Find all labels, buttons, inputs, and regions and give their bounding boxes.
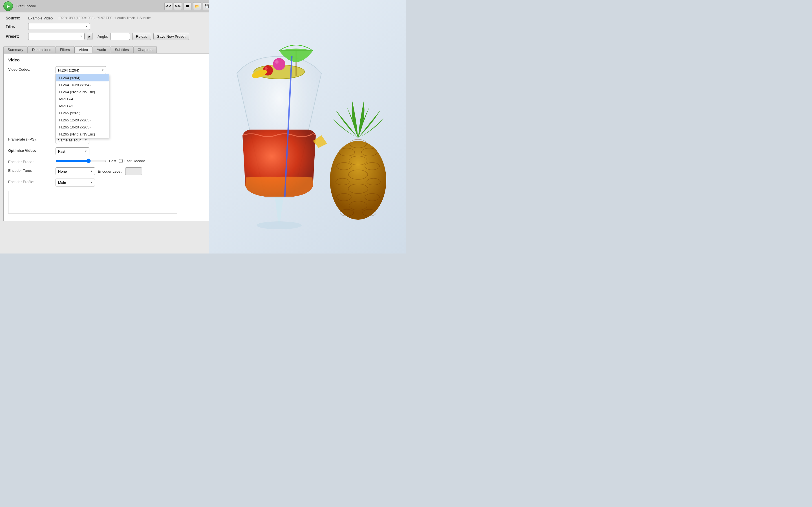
extra-options-textarea[interactable] — [8, 191, 177, 214]
tab-video[interactable]: Video — [74, 46, 92, 53]
video-codec-row: Video Codec: H.264 (x264) H.264 (x264) H… — [8, 66, 206, 74]
preset-input[interactable]: Fast 1080p30 — [28, 33, 85, 40]
toolbar-prev-button[interactable]: ⊲⊲ — [164, 2, 172, 10]
toolbar-stop-button[interactable]: ⏹ — [184, 2, 192, 10]
video-section-title: Video — [8, 57, 206, 62]
app-window: ▶ Start Encode ⊲⊲ ⊳⊳ ⏹ 📂 💾 Source: Examp… — [0, 0, 214, 253]
drink-bottom-layer — [245, 177, 313, 196]
cherry-highlight — [265, 67, 267, 70]
codec-option-mpeg4[interactable]: MPEG-4 — [56, 96, 109, 103]
tab-summary[interactable]: Summary — [3, 46, 28, 53]
tabs-container: Summary Dimensions Filters Video Audio S… — [0, 46, 214, 53]
angle-label: Angle: — [98, 34, 108, 39]
cocktail-svg — [209, 22, 406, 253]
encoder-tune-row: Encoder Tune: None Encoder Level: 4.0 — [8, 167, 206, 175]
form-area: Source: Example Video 1920x1080 (1920x10… — [0, 12, 214, 46]
codec-option-h265-nvenc[interactable]: H.265 (Nvidia NVEnc) — [56, 131, 109, 138]
codec-option-mpeg2[interactable]: MPEG-2 — [56, 103, 109, 110]
tabs: Summary Dimensions Filters Video Audio S… — [3, 46, 211, 53]
encoder-preset-label: Encoder Preset: — [8, 159, 53, 164]
garnish-ball — [273, 58, 285, 70]
encoder-preset-row: Encoder Preset: Fast Fast Decode — [8, 159, 206, 164]
fast-text: Fast — [109, 159, 116, 163]
preset-controls: Fast 1080p30 ▶ Angle: Reload Save New Pr… — [28, 33, 189, 40]
codec-select-wrapper: H.264 (x264) H.264 (x264) H.264 10-bit (… — [56, 66, 106, 74]
preset-select-wrapper: Fast 1080p30 — [28, 33, 85, 40]
start-encode-button[interactable]: ▶ — [3, 1, 13, 11]
glass-base — [257, 221, 302, 229]
video-codec-label: Video Codec: — [8, 66, 53, 71]
optimise-video-row: Optimise Video: Fast — [8, 147, 206, 155]
fast-decode-row: Fast Decode — [119, 159, 145, 163]
pineapple-body — [330, 141, 386, 220]
source-row: Source: Example Video 1920x1080 (1920x10… — [6, 16, 208, 20]
optimise-label: Optimise Video: — [8, 147, 53, 153]
tab-audio[interactable]: Audio — [93, 46, 110, 53]
source-name: Example Video — [28, 16, 53, 20]
encoder-tune-controls: None Encoder Level: 4.0 — [56, 167, 142, 175]
extra-options-row — [8, 190, 206, 214]
codec-option-h264-x264[interactable]: H.264 (x264) — [56, 74, 109, 81]
encoder-level-label: Encoder Level: — [98, 169, 122, 173]
title-input[interactable]: 1 (00:00:10) — [28, 23, 90, 30]
optimise-select[interactable]: Fast — [56, 147, 89, 155]
toolbar: ▶ Start Encode ⊲⊲ ⊳⊳ ⏹ 📂 💾 — [0, 0, 214, 12]
codec-option-h264-nvenc[interactable]: H.264 (Nvidia NVEnc) — [56, 89, 109, 96]
title-row: Title: 1 (00:00:10) — [6, 23, 208, 30]
codec-select[interactable]: H.264 (x264) — [56, 66, 106, 74]
encoder-tune-select[interactable]: None — [56, 167, 95, 175]
encoder-level-input[interactable]: 4.0 — [125, 167, 142, 175]
preset-arrow-button[interactable]: ▶ — [87, 33, 93, 40]
encoder-tune-select-wrapper: None — [56, 167, 95, 175]
source-label: Source: — [6, 16, 26, 20]
encoder-profile-label: Encoder Profile: — [8, 179, 53, 184]
encoder-tune-label: Encoder Tune: — [8, 167, 53, 173]
content-area: Video Video Codec: H.264 (x264) H.264 (x… — [3, 53, 211, 221]
preset-label: Preset: — [6, 34, 26, 39]
codec-dropdown-menu: H.264 (x264) H.264 10-bit (x264) H.264 (… — [56, 74, 109, 138]
fast-decode-label: Fast Decode — [124, 159, 145, 163]
title-label: Title: — [6, 24, 26, 29]
angle-input[interactable] — [110, 33, 130, 40]
encoder-preset-controls: Fast Fast Decode — [56, 159, 145, 163]
tab-chapters[interactable]: Chapters — [133, 46, 157, 53]
codec-option-h264-10bit[interactable]: H.264 10-bit (x264) — [56, 81, 109, 89]
reload-button[interactable]: Reload — [132, 33, 151, 40]
tab-dimensions[interactable]: Dimensions — [28, 46, 56, 53]
glass-stem — [275, 197, 283, 225]
fast-decode-checkbox[interactable] — [119, 159, 123, 163]
source-details: 1920x1080 (1920x1080), 29.97 FPS, 1 Audi… — [58, 16, 151, 20]
image-area — [209, 0, 406, 253]
save-new-preset-button[interactable]: Save New Preset — [153, 33, 189, 40]
preset-row: Preset: Fast 1080p30 ▶ Angle: Reload Sav… — [6, 33, 208, 40]
framerate-label: Framerate (FPS): — [8, 136, 53, 142]
title-select-wrapper: 1 (00:00:10) — [28, 23, 90, 30]
codec-option-h265-10bit[interactable]: H.265 10-bit (x265) — [56, 124, 109, 131]
garnish-ball-highlight — [275, 60, 278, 64]
tab-filters[interactable]: Filters — [56, 46, 74, 53]
pineapple-leaves — [333, 101, 384, 138]
optimise-select-wrapper: Fast — [56, 147, 89, 155]
start-encode-label: Start Encode — [16, 4, 36, 8]
encoder-profile-row: Encoder Profile: Main — [8, 179, 206, 186]
encoder-preset-slider[interactable] — [56, 159, 106, 163]
cocktail-illustration — [209, 22, 406, 253]
codec-option-h265-12bit[interactable]: H.265 12-bit (x265) — [56, 117, 109, 124]
optimise-controls: Fast — [56, 147, 92, 155]
encoder-profile-select[interactable]: Main — [56, 179, 95, 186]
codec-option-h265-x265[interactable]: H.265 (x265) — [56, 110, 109, 117]
toolbar-icons: ⊲⊲ ⊳⊳ ⏹ 📂 💾 — [164, 2, 211, 10]
toolbar-open-button[interactable]: 📂 — [193, 2, 201, 10]
tab-subtitles[interactable]: Subtitles — [110, 46, 133, 53]
toolbar-next-button[interactable]: ⊳⊳ — [174, 2, 182, 10]
encoder-profile-select-wrapper: Main — [56, 179, 95, 186]
